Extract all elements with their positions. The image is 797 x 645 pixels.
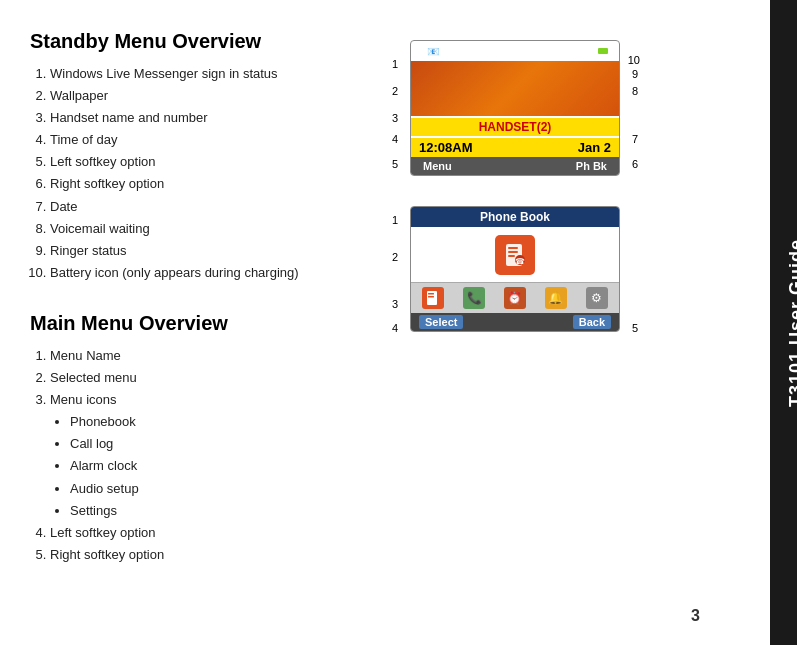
main-menu-phone: Phone Book ☎ bbox=[410, 206, 620, 332]
callout-1: 1 bbox=[392, 58, 398, 70]
list-item: Left softkey option bbox=[50, 151, 400, 173]
time-display: 12:08AM bbox=[419, 140, 472, 155]
date-display: Jan 2 bbox=[578, 140, 611, 155]
phonebook-svg: ☎ bbox=[502, 242, 528, 268]
list-item: Menu icons Phonebook Call log Alarm cloc… bbox=[50, 389, 400, 522]
left-softkey[interactable]: Menu bbox=[419, 159, 456, 173]
signal-bars bbox=[583, 47, 594, 56]
audio-icon: 🔔 bbox=[548, 291, 563, 305]
menu-selected-area: ☎ bbox=[411, 227, 619, 282]
settings-icon: ⚙ bbox=[591, 291, 602, 305]
menu-callout-2: 2 bbox=[392, 251, 398, 263]
phonebook-icon: ☎ bbox=[495, 235, 535, 275]
menu-callout-4: 4 bbox=[392, 322, 398, 334]
svg-rect-7 bbox=[428, 293, 434, 295]
list-item: Call log bbox=[70, 433, 400, 455]
right-softkey[interactable]: Ph Bk bbox=[572, 159, 611, 173]
time-date-bar: 12:08AM Jan 2 bbox=[411, 138, 619, 157]
sub-menu-list: Phonebook Call log Alarm clock Audio set… bbox=[50, 411, 400, 521]
list-item: Windows Live Messenger sign in status bbox=[50, 63, 400, 85]
callout-7: 7 bbox=[632, 133, 638, 145]
calllog-icon: 📞 bbox=[467, 291, 482, 305]
svg-text:☎: ☎ bbox=[515, 257, 525, 266]
standby-phone: ✉ 📧 bbox=[410, 40, 620, 176]
list-item: Selected menu bbox=[50, 367, 400, 389]
audio-mini-icon[interactable]: 🔔 bbox=[545, 287, 567, 309]
callout-3: 3 bbox=[392, 112, 398, 124]
status-left: ✉ 📧 bbox=[416, 46, 439, 57]
main-menu-section: Main Menu Overview Menu Name Selected me… bbox=[30, 312, 400, 566]
list-item: Phonebook bbox=[70, 411, 400, 433]
standby-heading: Standby Menu Overview bbox=[30, 30, 400, 53]
list-item: Ringer status bbox=[50, 240, 400, 262]
svg-rect-1 bbox=[508, 247, 518, 249]
list-item: Left softkey option bbox=[50, 522, 400, 544]
callout-5: 5 bbox=[392, 158, 398, 170]
menu-callout-1: 1 bbox=[392, 214, 398, 226]
list-item: Right softkey option bbox=[50, 173, 400, 195]
menu-right-softkey[interactable]: Back bbox=[573, 315, 611, 329]
softkey-bar: Menu Ph Bk bbox=[411, 157, 619, 175]
svg-rect-8 bbox=[428, 296, 434, 298]
battery-icon bbox=[596, 46, 614, 56]
main-menu-list: Menu Name Selected menu Menu icons Phone… bbox=[30, 345, 400, 566]
phonebook-mini-icon[interactable] bbox=[422, 287, 444, 309]
menu-left-softkey[interactable]: Select bbox=[419, 315, 463, 329]
callout-2: 2 bbox=[392, 85, 398, 97]
battery-fill bbox=[598, 48, 608, 54]
phonebook-mini-svg bbox=[425, 290, 441, 306]
messenger-icon: ✉ bbox=[416, 46, 424, 57]
signal-bar-2 bbox=[586, 51, 588, 56]
menu-title-bar: Phone Book bbox=[411, 207, 619, 227]
sidebar-title: T3101 User Guide bbox=[786, 238, 798, 406]
status-bar: ✉ 📧 bbox=[411, 41, 619, 61]
list-item: Menu Name bbox=[50, 345, 400, 367]
list-item: Wallpaper bbox=[50, 85, 400, 107]
callout-4: 4 bbox=[392, 133, 398, 145]
standby-section: Standby Menu Overview Windows Live Messe… bbox=[30, 30, 400, 284]
battery-tip bbox=[609, 49, 611, 54]
list-item: Time of day bbox=[50, 129, 400, 151]
alarm-mini-icon[interactable]: ⏰ bbox=[504, 287, 526, 309]
svg-rect-3 bbox=[508, 255, 515, 257]
signal-bar-3 bbox=[589, 49, 591, 56]
list-item: Date bbox=[50, 196, 400, 218]
status-right bbox=[583, 46, 614, 56]
envelope-icon: 📧 bbox=[427, 46, 439, 57]
list-item: Voicemail waiting bbox=[50, 218, 400, 240]
callout-6: 6 bbox=[632, 158, 638, 170]
menu-callout-3: 3 bbox=[392, 298, 398, 310]
wallpaper-area bbox=[411, 61, 619, 116]
calllog-mini-icon[interactable]: 📞 bbox=[463, 287, 485, 309]
list-item: Handset name and number bbox=[50, 107, 400, 129]
menu-icons-bar: 📞 ⏰ 🔔 ⚙ bbox=[411, 282, 619, 313]
callout-8: 8 bbox=[632, 85, 638, 97]
menu-callout-5: 5 bbox=[632, 322, 638, 334]
sidebar: T3101 User Guide bbox=[770, 0, 797, 645]
list-item: Right softkey option bbox=[50, 544, 400, 566]
list-item: Audio setup bbox=[70, 478, 400, 500]
list-item: Settings bbox=[70, 500, 400, 522]
callout-10: 10 bbox=[628, 54, 640, 66]
svg-rect-2 bbox=[508, 251, 518, 253]
main-menu-heading: Main Menu Overview bbox=[30, 312, 400, 335]
settings-mini-icon[interactable]: ⚙ bbox=[586, 287, 608, 309]
callout-9: 9 bbox=[632, 68, 638, 80]
page-number: 3 bbox=[691, 607, 700, 625]
list-item: Alarm clock bbox=[70, 455, 400, 477]
menu-softkey-bar: Select Back bbox=[411, 313, 619, 331]
list-item: Battery icon (only appears during chargi… bbox=[50, 262, 400, 284]
handset-label: HANDSET(2) bbox=[411, 118, 619, 136]
signal-bar-4 bbox=[592, 47, 594, 56]
standby-list: Windows Live Messenger sign in status Wa… bbox=[30, 63, 400, 284]
signal-bar-1 bbox=[583, 53, 585, 56]
alarm-icon: ⏰ bbox=[507, 291, 522, 305]
